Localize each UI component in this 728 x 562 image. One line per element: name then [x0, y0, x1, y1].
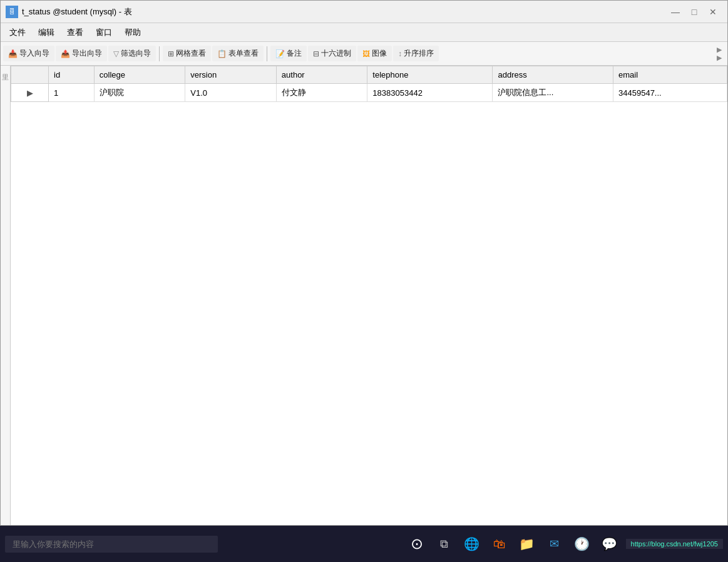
menu-edit[interactable]: 编辑 [32, 24, 61, 41]
filter-wizard-label: 筛选向导 [121, 48, 151, 59]
sort-icon: ↕ [398, 49, 402, 58]
task-view-icon[interactable]: ⧉ [433, 533, 456, 555]
taskbar: ⊙ ⧉ 🌐 🛍 📁 ✉ 🕐 💬 https://blog.csdn.net/fw… [0, 526, 728, 562]
toolbar: 📥 导入向导 📤 导出向导 ▽ 筛选向导 ⊞ 网格查看 📋 表单查看 📝 备注 … [1, 42, 727, 66]
cell-version[interactable]: V1.0 [185, 84, 277, 102]
file-explorer-icon[interactable]: 📁 [516, 533, 538, 555]
export-wizard-button[interactable]: 📤 导出向导 [56, 46, 107, 61]
mail-icon[interactable]: ✉ [543, 533, 566, 555]
export-wizard-label: 导出向导 [72, 48, 102, 59]
cell-telephone[interactable]: 18383053442 [367, 84, 493, 102]
image-button[interactable]: 🖼 图像 [357, 46, 392, 61]
menu-help[interactable]: 帮助 [118, 24, 147, 41]
header-college[interactable]: college [94, 66, 185, 84]
form-icon: 📋 [217, 49, 227, 58]
cell-email[interactable]: 34459547... [613, 84, 727, 102]
header-telephone[interactable]: telephone [367, 66, 493, 84]
row-indicator: ▶ [11, 84, 49, 102]
minimize-button[interactable]: — [666, 3, 685, 21]
header-email[interactable]: email [613, 66, 727, 84]
store-icon[interactable]: 🛍 [488, 533, 511, 555]
toolbar-separator-1 [159, 46, 160, 61]
grid-view-button[interactable]: ⊞ 网格查看 [163, 46, 211, 61]
grid-view-label: 网格查看 [176, 48, 206, 59]
table-header-row: id college version author telephone addr… [11, 66, 727, 84]
header-version[interactable]: version [185, 66, 277, 84]
hex-button[interactable]: ⊟ 十六进制 [308, 46, 356, 61]
cell-address[interactable]: 沪职院信息工... [493, 84, 613, 102]
header-indicator [11, 66, 49, 84]
table-area[interactable]: id college version author telephone addr… [11, 66, 727, 525]
toolbar-overflow[interactable]: ▶▶ [714, 46, 725, 62]
import-wizard-button[interactable]: 📥 导入向导 [3, 46, 54, 61]
import-wizard-label: 导入向导 [19, 48, 49, 59]
form-view-label: 表单查看 [228, 48, 259, 59]
sort-asc-button[interactable]: ↕ 升序排序 [393, 46, 439, 61]
import-icon: 📥 [8, 49, 18, 58]
menu-view[interactable]: 查看 [61, 24, 90, 41]
form-view-button[interactable]: 📋 表单查看 [212, 46, 264, 61]
image-icon: 🖼 [362, 49, 370, 58]
taskbar-icons: ⊙ ⧉ 🌐 🛍 📁 ✉ 🕐 💬 https://blog.csdn.net/fw… [406, 533, 723, 555]
url-bar: https://blog.csdn.net/fwj1205 [626, 539, 723, 549]
toolbar-separator-2 [267, 46, 267, 61]
main-layout: 里 id college version author telephone ad… [1, 66, 727, 525]
filter-icon: ▽ [113, 49, 119, 58]
left-panel: 里 [1, 66, 11, 525]
grid-icon: ⊞ [168, 49, 174, 58]
window-title: t_status @student (mysql) - 表 [22, 6, 666, 18]
cell-id[interactable]: 1 [49, 84, 95, 102]
table-row[interactable]: ▶ 1 沪职院 V1.0 付文静 18383053442 沪职院信息工... 3… [11, 84, 727, 102]
header-author[interactable]: author [276, 66, 367, 84]
export-icon: 📤 [61, 49, 70, 58]
menubar: 文件 编辑 查看 窗口 帮助 [1, 23, 727, 42]
cell-author[interactable]: 付文静 [276, 84, 367, 102]
close-button[interactable]: ✕ [704, 3, 722, 21]
maximize-button[interactable]: □ [685, 3, 704, 21]
header-id[interactable]: id [49, 66, 95, 84]
hex-label: 十六进制 [321, 48, 351, 59]
app-icon: 🗄 [6, 6, 18, 18]
titlebar: 🗄 t_status @student (mysql) - 表 — □ ✕ [1, 1, 727, 23]
search-input[interactable] [5, 536, 218, 553]
edge-icon[interactable]: 🌐 [461, 533, 483, 555]
sort-asc-label: 升序排序 [404, 48, 434, 59]
data-table: id college version author telephone addr… [11, 66, 727, 102]
window-controls: — □ ✕ [666, 3, 722, 21]
image-label: 图像 [372, 48, 387, 59]
hex-icon: ⊟ [313, 49, 319, 58]
filter-wizard-button[interactable]: ▽ 筛选向导 [108, 46, 156, 61]
note-button[interactable]: 📝 备注 [270, 46, 307, 61]
clock-icon[interactable]: 🕐 [571, 533, 593, 555]
header-address[interactable]: address [493, 66, 613, 84]
url-text: https://blog.csdn.net/fwj1205 [631, 540, 718, 548]
menu-window[interactable]: 窗口 [90, 24, 118, 41]
wechat-icon[interactable]: 💬 [598, 533, 621, 555]
note-label: 备注 [287, 48, 302, 59]
menu-file[interactable]: 文件 [3, 24, 32, 41]
note-icon: 📝 [275, 49, 285, 58]
content-area: id college version author telephone addr… [11, 66, 727, 525]
main-window: 🗄 t_status @student (mysql) - 表 — □ ✕ 文件… [0, 0, 728, 526]
cell-college[interactable]: 沪职院 [94, 84, 185, 102]
left-panel-label: 里 [1, 66, 10, 68]
start-button[interactable]: ⊙ [406, 533, 428, 555]
